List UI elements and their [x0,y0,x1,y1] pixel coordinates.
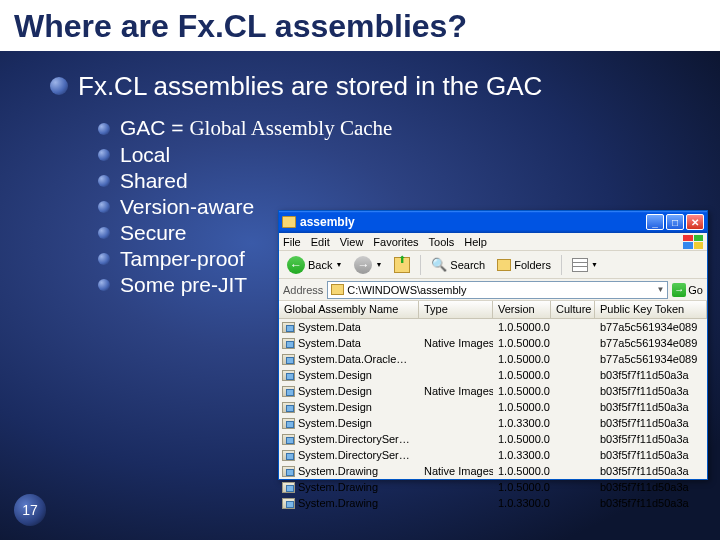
asm-name: System.Drawing [298,497,378,509]
menu-file[interactable]: File [283,236,301,248]
gac-definition: GAC = Global Assembly Cache [120,116,392,141]
assembly-icon [282,370,295,381]
col-pkt[interactable]: Public Key Token [595,301,707,318]
sub-bullet: Shared [98,169,720,193]
address-field[interactable]: C:\WINDOWS\assembly ▼ [327,281,668,299]
asm-pkt: b03f5f7f11d50a3a [595,417,707,429]
go-icon: → [672,283,686,297]
folders-label: Folders [514,259,551,271]
minimize-button[interactable]: _ [646,214,664,230]
menu-view[interactable]: View [340,236,364,248]
asm-pkt: b03f5f7f11d50a3a [595,449,707,461]
close-button[interactable]: ✕ [686,214,704,230]
asm-pkt: b77a5c561934e089 [595,353,707,365]
asm-name: System.Design [298,369,372,381]
col-name[interactable]: Global Assembly Name [279,301,419,318]
asm-name: System.Drawing [298,481,378,493]
go-label: Go [688,284,703,296]
asm-name: System.DirectoryServices [298,433,414,445]
asm-name: System.Drawing [298,465,378,477]
asm-name: System.Data.OracleClient [298,353,414,365]
search-icon: 🔍 [431,257,447,272]
col-culture[interactable]: Culture [551,301,595,318]
assembly-row[interactable]: System.Design1.0.5000.0b03f5f7f11d50a3a [279,399,707,415]
assembly-icon [282,386,295,397]
sub-bullet-text: Local [120,143,170,167]
window-title: assembly [300,215,644,229]
assembly-row[interactable]: System.DesignNative Images1.0.5000.0b03f… [279,383,707,399]
asm-pkt: b03f5f7f11d50a3a [595,481,707,493]
asm-name: System.Design [298,417,372,429]
column-headers: Global Assembly Name Type Version Cultur… [279,301,707,319]
asm-name: System.Data [298,321,361,333]
menu-edit[interactable]: Edit [311,236,330,248]
assembly-icon [282,338,295,349]
asm-type: Native Images [419,337,493,349]
asm-pkt: b03f5f7f11d50a3a [595,433,707,445]
asm-pkt: b03f5f7f11d50a3a [595,465,707,477]
col-version[interactable]: Version [493,301,551,318]
windows-flag-icon [683,235,703,249]
assembly-row[interactable]: System.DrawingNative Images1.0.5000.0b03… [279,463,707,479]
assembly-row[interactable]: System.DirectoryServices1.0.3300.0b03f5f… [279,447,707,463]
maximize-button[interactable]: □ [666,214,684,230]
forward-button[interactable]: →▼ [350,254,386,276]
menu-help[interactable]: Help [464,236,487,248]
sub-bullet-text: Some pre-JIT [120,273,247,297]
address-value: C:\WINDOWS\assembly [347,284,466,296]
asm-name: System.DirectoryServices [298,449,414,461]
gac-expansion: Global Assembly Cache [189,116,392,140]
folder-icon [282,216,296,228]
tool-bar: ←Back▼ →▼ ⬆ 🔍Search Folders ▼ [279,251,707,279]
views-button[interactable]: ▼ [568,256,602,274]
asm-type: Native Images [419,465,493,477]
folders-icon [497,259,511,271]
assembly-row[interactable]: System.DirectoryServices1.0.5000.0b03f5f… [279,431,707,447]
asm-pkt: b77a5c561934e089 [595,321,707,333]
bullet-icon [98,227,110,239]
folders-button[interactable]: Folders [493,257,555,273]
assembly-icon [282,434,295,445]
menu-favorites[interactable]: Favorites [373,236,418,248]
sub-bullet-text: Version-aware [120,195,254,219]
menu-tools[interactable]: Tools [429,236,455,248]
asm-version: 1.0.5000.0 [493,369,551,381]
assembly-icon [282,466,295,477]
assembly-row[interactable]: System.Drawing1.0.3300.0b03f5f7f11d50a3a [279,495,707,511]
asm-version: 1.0.5000.0 [493,481,551,493]
col-type[interactable]: Type [419,301,493,318]
title-bar[interactable]: assembly _ □ ✕ [279,211,707,233]
asm-type: Native Images [419,385,493,397]
go-button[interactable]: →Go [672,283,703,297]
bullet-icon [98,253,110,265]
up-folder-icon: ⬆ [394,257,410,273]
asm-version: 1.0.5000.0 [493,353,551,365]
asm-pkt: b03f5f7f11d50a3a [595,401,707,413]
sub-bullet-gac: GAC = Global Assembly Cache [98,116,720,141]
assembly-row[interactable]: System.DataNative Images1.0.5000.0b77a5c… [279,335,707,351]
dropdown-icon[interactable]: ▼ [656,285,664,294]
asm-name: System.Data [298,337,361,349]
bullet-icon [98,279,110,291]
asm-version: 1.0.5000.0 [493,401,551,413]
search-label: Search [450,259,485,271]
bullet-icon [98,149,110,161]
assembly-row[interactable]: System.Design1.0.5000.0b03f5f7f11d50a3a [279,367,707,383]
asm-version: 1.0.3300.0 [493,497,551,509]
assembly-row[interactable]: System.Design1.0.3300.0b03f5f7f11d50a3a [279,415,707,431]
back-button[interactable]: ←Back▼ [283,254,346,276]
slide-number: 17 [14,494,46,526]
asm-pkt: b03f5f7f11d50a3a [595,369,707,381]
assembly-icon [282,498,295,509]
gac-label: GAC = [120,116,189,139]
assembly-row[interactable]: System.Data.OracleClient1.0.5000.0b77a5c… [279,351,707,367]
asm-pkt: b03f5f7f11d50a3a [595,497,707,509]
up-button[interactable]: ⬆ [390,255,414,275]
assembly-row[interactable]: System.Drawing1.0.5000.0b03f5f7f11d50a3a [279,479,707,495]
assembly-icon [282,322,295,333]
main-bullet: Fx.CL assemblies are stored in the GAC [50,71,720,102]
assembly-row[interactable]: System.Data1.0.5000.0b77a5c561934e089 [279,319,707,335]
back-label: Back [308,259,332,271]
asm-version: 1.0.5000.0 [493,465,551,477]
search-button[interactable]: 🔍Search [427,255,489,274]
